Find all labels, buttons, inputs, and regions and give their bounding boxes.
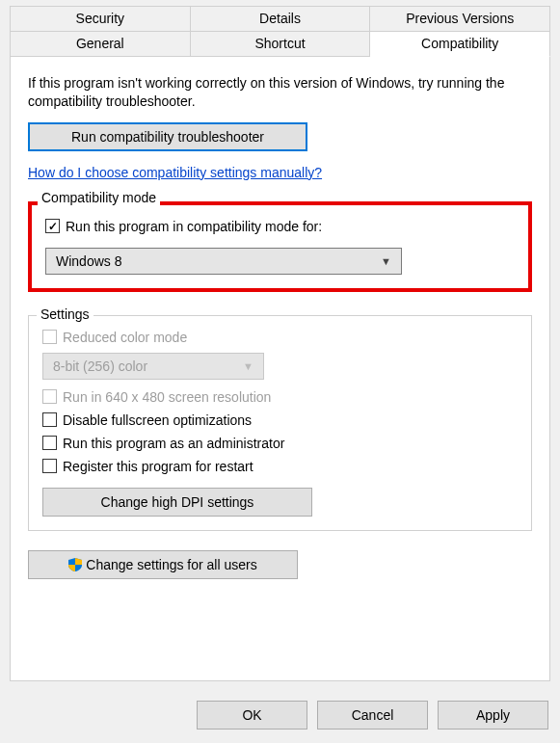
register-restart-checkbox[interactable] xyxy=(42,459,57,473)
intro-text: If this program isn't working correctly … xyxy=(28,74,532,111)
apply-button[interactable]: Apply xyxy=(438,701,548,730)
chevron-down-icon: ▼ xyxy=(243,360,253,372)
tab-security[interactable]: Security xyxy=(10,6,191,31)
compatibility-panel: If this program isn't working correctly … xyxy=(10,57,550,681)
run-troubleshooter-label: Run compatibility troubleshooter xyxy=(71,129,264,145)
register-restart-label: Register this program for restart xyxy=(63,459,253,474)
tab-shortcut[interactable]: Shortcut xyxy=(191,31,371,57)
run-troubleshooter-button[interactable]: Run compatibility troubleshooter xyxy=(28,122,307,151)
cancel-button[interactable]: Cancel xyxy=(317,701,428,730)
run-640-label: Run in 640 x 480 screen resolution xyxy=(63,389,271,405)
compat-mode-selected: Windows 8 xyxy=(56,253,121,269)
tab-strip: Security Details Previous Versions Gener… xyxy=(0,0,560,57)
apply-label: Apply xyxy=(476,707,510,723)
change-all-users-label: Change settings for all users xyxy=(86,557,256,572)
color-mode-select: 8-bit (256) color ▼ xyxy=(42,353,264,380)
compat-mode-checkbox-label: Run this program in compatibility mode f… xyxy=(66,219,322,234)
settings-group: Settings Reduced color mode 8-bit (256) … xyxy=(28,315,532,531)
change-dpi-label: Change high DPI settings xyxy=(101,494,254,510)
manual-settings-link[interactable]: How do I choose compatibility settings m… xyxy=(28,165,322,180)
run-admin-checkbox[interactable] xyxy=(42,436,57,450)
run-admin-label: Run this program as an administrator xyxy=(63,436,284,451)
dialog-footer: OK Cancel Apply xyxy=(197,701,548,730)
tab-previous-versions[interactable]: Previous Versions xyxy=(370,6,550,31)
color-mode-selected: 8-bit (256) color xyxy=(53,358,147,374)
chevron-down-icon: ▼ xyxy=(381,255,391,267)
ok-button[interactable]: OK xyxy=(197,701,307,730)
run-640-checkbox xyxy=(42,389,57,404)
reduced-color-label: Reduced color mode xyxy=(63,330,187,345)
tab-compatibility[interactable]: Compatibility xyxy=(370,31,550,57)
compatibility-mode-group: Compatibility mode Run this program in c… xyxy=(28,201,532,292)
ok-label: OK xyxy=(242,707,261,723)
change-dpi-button[interactable]: Change high DPI settings xyxy=(42,488,312,517)
change-all-users-button[interactable]: Change settings for all users xyxy=(28,550,298,579)
settings-legend: Settings xyxy=(37,306,93,322)
cancel-label: Cancel xyxy=(352,707,394,723)
reduced-color-checkbox xyxy=(42,330,57,344)
compat-mode-select[interactable]: Windows 8 ▼ xyxy=(45,248,402,275)
tab-general[interactable]: General xyxy=(10,31,191,57)
disable-fullscreen-checkbox[interactable] xyxy=(42,412,57,427)
compat-mode-checkbox[interactable] xyxy=(45,219,60,233)
tab-details[interactable]: Details xyxy=(191,6,371,31)
properties-dialog: Security Details Previous Versions Gener… xyxy=(0,0,560,743)
shield-icon xyxy=(68,558,82,571)
disable-fullscreen-label: Disable fullscreen optimizations xyxy=(63,412,252,428)
compatibility-mode-legend: Compatibility mode xyxy=(38,190,160,205)
